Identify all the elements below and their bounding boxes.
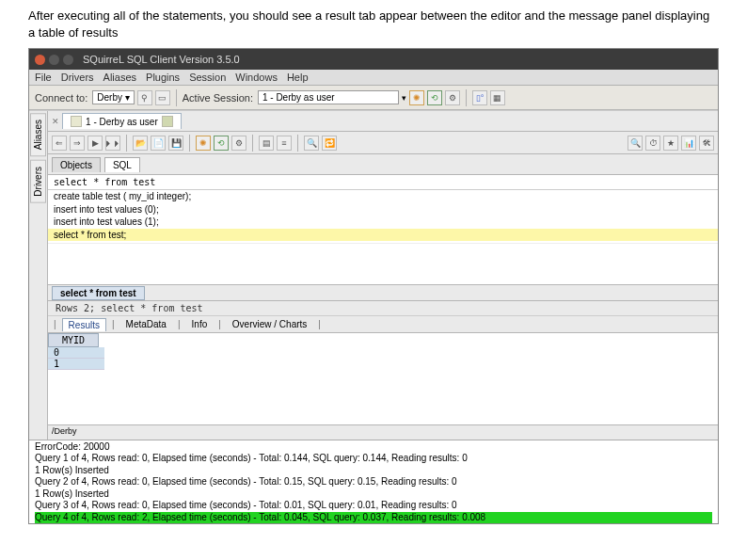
rowcount-line: Rows 2; select * from test (48, 301, 718, 316)
results-grid: MYID 0 1 (48, 333, 718, 424)
session-tab-label: 1 - Derby as user (86, 117, 158, 127)
sql-props-icon[interactable]: ⚙ (231, 136, 246, 151)
commit2-icon[interactable]: ✺ (196, 136, 211, 151)
session-props-icon[interactable]: ⚙ (445, 90, 460, 105)
main-area: ✕ 1 - Derby as user ⇐ ⇒ ▶ ⏵⏵ 📂 📄 💾 ✺ ⟲ (48, 111, 718, 440)
editor-line: insert into test values (0); (48, 203, 718, 216)
sql-icon-toolbar: ⇐ ⇒ ▶ ⏵⏵ 📂 📄 💾 ✺ ⟲ ⚙ ▤ ≡ 🔍 🔁 🔍 (48, 132, 718, 154)
window-title: SQuirreL SQL Client Version 3.5.0 (83, 54, 240, 65)
zoom-in-icon[interactable]: 🔍 (628, 136, 643, 151)
result-subtabs: | Results | MetaData | Info | Overview /… (48, 316, 718, 333)
active-session-label: Active Session: (183, 92, 253, 104)
app-window: SQuirreL SQL Client Version 3.5.0 File D… (28, 48, 719, 524)
tools-icon[interactable]: 🛠 (699, 136, 714, 151)
object-sql-tabs: Objects SQL (48, 154, 718, 175)
new-sql-tab-icon[interactable]: ▯° (472, 90, 487, 105)
sched-icon[interactable]: ⏱ (645, 136, 660, 151)
connect-to-combo[interactable]: Derby ▾ (92, 90, 134, 104)
result-tab[interactable]: select * from test (52, 286, 145, 300)
msg-line: Query 2 of 4, Rows read: 0, Elapsed time… (35, 476, 712, 488)
side-tab-aliases[interactable]: Aliases (30, 113, 46, 156)
subtab-overview[interactable]: Overview / Charts (227, 318, 312, 330)
grid-cell[interactable]: 1 (48, 359, 104, 370)
result-tab-bar: select * from test (48, 284, 718, 301)
editor-line: create table test ( my_id integer); (48, 190, 718, 203)
connection-toolbar: Connect to: Derby ▾ ⚲ ▭ Active Session: … (29, 86, 718, 110)
db-icon (162, 116, 173, 127)
run-all-icon[interactable]: ⏵⏵ (105, 136, 120, 151)
titlebar: SQuirreL SQL Client Version 3.5.0 (29, 49, 718, 70)
window-minimize-icon[interactable] (49, 55, 59, 65)
msg-line: Query 3 of 4, Rows read: 0, Elapsed time… (35, 500, 712, 512)
msg-line: Query 1 of 4, Rows read: 0, Elapsed time… (35, 453, 712, 465)
session-tab[interactable]: 1 - Derby as user (62, 113, 182, 129)
window-maximize-icon[interactable] (63, 55, 73, 65)
active-session-combo[interactable]: 1 - Derby as user (258, 90, 399, 104)
subtab-results[interactable]: Results (62, 318, 106, 331)
save-icon[interactable]: 💾 (168, 136, 183, 151)
filter-icon[interactable]: ▤ (259, 136, 274, 151)
prev-sql-icon[interactable]: ⇐ (52, 136, 67, 151)
intro-text: After executing all of the statements, y… (0, 0, 747, 46)
menu-windows[interactable]: Windows (235, 72, 278, 83)
editor-line: insert into test values (1); (48, 216, 718, 229)
subtab-metadata[interactable]: MetaData (120, 318, 172, 330)
menu-aliases[interactable]: Aliases (103, 72, 136, 83)
session-icon (71, 116, 82, 127)
editor-line-highlighted: select * from test; (48, 229, 718, 242)
close-all-icon[interactable]: ✕ (52, 117, 59, 126)
new-session-icon[interactable]: ▭ (155, 90, 170, 105)
tab-sql[interactable]: SQL (104, 157, 140, 172)
menu-drivers[interactable]: Drivers (61, 72, 94, 83)
commit-icon[interactable]: ✺ (409, 90, 424, 105)
sql-editor[interactable]: create table test ( my_id integer); inse… (48, 190, 718, 243)
tile-icon[interactable]: ▦ (490, 90, 505, 105)
msg-line-highlighted: Query 4 of 4, Rows read: 2, Elapsed time… (35, 512, 712, 524)
menu-help[interactable]: Help (287, 72, 309, 83)
workarea: Aliases Drivers ✕ 1 - Derby as user ⇐ ⇒ … (29, 110, 718, 440)
rollback-icon[interactable]: ⟲ (427, 90, 442, 105)
msg-line: 1 Row(s) Inserted (35, 488, 712, 501)
append-icon[interactable]: 📄 (151, 136, 166, 151)
connect-icon[interactable]: ⚲ (137, 90, 152, 105)
menu-file[interactable]: File (35, 72, 52, 83)
open-icon[interactable]: 📂 (133, 136, 148, 151)
editor-blank (48, 243, 718, 284)
error-code-line: ErrorCode: 20000 (29, 440, 718, 453)
subtab-info[interactable]: Info (186, 318, 214, 330)
menu-plugins[interactable]: Plugins (146, 72, 180, 83)
grid-cell[interactable]: 0 (48, 347, 104, 359)
window-close-icon[interactable] (35, 55, 45, 65)
side-tab-drivers[interactable]: Drivers (30, 160, 46, 203)
run-icon[interactable]: ▶ (87, 136, 103, 151)
menu-session[interactable]: Session (189, 72, 226, 83)
message-panel: Query 1 of 4, Rows read: 0, Elapsed time… (29, 453, 718, 523)
grid-column-header[interactable]: MYID (48, 333, 99, 347)
refresh-icon[interactable]: ⟲ (214, 136, 229, 151)
menubar: File Drivers Aliases Plugins Session Win… (29, 70, 718, 86)
tab-objects[interactable]: Objects (52, 157, 101, 172)
msg-line: 1 Row(s) Inserted (35, 465, 712, 477)
replace-icon[interactable]: 🔁 (322, 136, 337, 151)
find-icon[interactable]: 🔍 (304, 136, 319, 151)
next-sql-icon[interactable]: ⇒ (70, 136, 85, 151)
graph-icon[interactable]: 📊 (681, 136, 696, 151)
side-tabs: Aliases Drivers (29, 111, 48, 440)
connect-to-label: Connect to: (35, 92, 87, 104)
sql-combo-input[interactable]: select * from test (48, 175, 718, 190)
bookmark-icon[interactable]: ★ (663, 136, 678, 151)
status-path: /Derby (48, 424, 718, 440)
format-icon[interactable]: ≡ (277, 136, 292, 151)
session-tab-bar: ✕ 1 - Derby as user (48, 111, 718, 132)
